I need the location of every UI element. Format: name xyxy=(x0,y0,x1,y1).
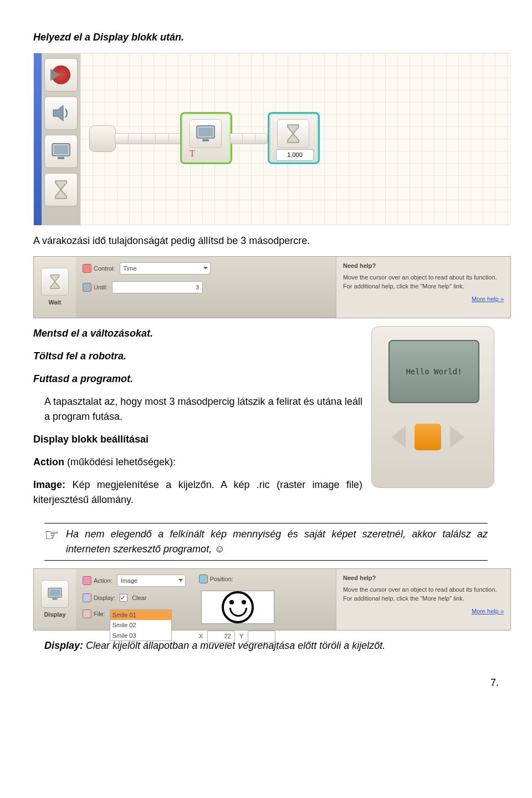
x-label: X xyxy=(199,632,203,641)
more-help-link[interactable]: More help » xyxy=(343,607,504,616)
palette-move-button[interactable] xyxy=(44,58,78,92)
help-pane: Need help? Move the cursor over an objec… xyxy=(336,569,510,630)
monitor-icon xyxy=(47,587,63,601)
play-icon xyxy=(50,69,60,81)
wait-block[interactable]: 1,000 xyxy=(268,112,320,164)
file-icon xyxy=(83,609,91,618)
list-item[interactable]: Smile 03 xyxy=(110,631,171,641)
control-label: Control: xyxy=(94,264,115,273)
svg-rect-4 xyxy=(198,128,213,136)
action-label: Action: xyxy=(94,576,112,586)
list-item[interactable]: Smile 01 xyxy=(110,610,171,621)
brick-enter-button xyxy=(415,424,441,450)
palette-sound-button[interactable] xyxy=(44,96,78,130)
position-icon xyxy=(199,575,208,583)
help-title: Need help? xyxy=(343,261,504,271)
more-help-link[interactable]: More help » xyxy=(343,294,504,304)
display-clear-label: Display: xyxy=(94,593,115,603)
y-input[interactable] xyxy=(248,631,275,643)
panel-block-label: Display xyxy=(44,610,65,619)
page-number: 7. xyxy=(33,675,499,690)
wait-config-panel: Wait Control: Time Until: 3 Need help? M… xyxy=(33,256,511,318)
y-label: Y xyxy=(239,632,243,641)
nxt-brick-photo: Hello World! xyxy=(371,326,499,494)
hand-icon: ☞ xyxy=(44,527,59,543)
action-dropdown[interactable]: Image xyxy=(117,575,186,587)
display-icon xyxy=(83,593,91,602)
brick-left-button xyxy=(391,426,406,448)
clear-checkbox[interactable] xyxy=(120,594,127,602)
display-block[interactable]: T xyxy=(180,112,232,164)
hourglass-icon xyxy=(53,180,69,200)
panel-block-icon: Wait xyxy=(34,257,76,318)
brick-right-button xyxy=(450,426,464,448)
image-preview xyxy=(201,591,274,624)
help-pane: Need help? Move the cursor over an objec… xyxy=(336,257,510,318)
action-text: (működési lehetőségek): xyxy=(64,456,176,467)
x-input[interactable]: 22 xyxy=(207,631,235,643)
sequence-beam xyxy=(115,133,182,144)
display-explanation-label: Display: xyxy=(44,640,83,651)
text-tag-icon: T xyxy=(190,147,195,160)
programming-canvas[interactable]: T 1,000 xyxy=(80,53,510,225)
image-text: Kép megjelenítése a kijelzőn. A kép .ric… xyxy=(33,479,362,505)
wait-value-field[interactable]: 1,000 xyxy=(276,149,314,161)
help-text: Move the cursor over an object to read a… xyxy=(343,273,504,291)
help-title: Need help? xyxy=(343,573,504,583)
block-palette xyxy=(42,53,80,225)
action-label: Action xyxy=(33,456,64,467)
file-label: File: xyxy=(94,609,105,619)
help-text: Move the cursor over an object to read a… xyxy=(343,585,504,603)
display-config-panel: Display Action: Image Display: Clear Fil… xyxy=(33,568,511,631)
smiley-icon xyxy=(222,591,254,623)
until-input[interactable]: 3 xyxy=(112,281,203,293)
hand-note-text: Ha nem elegendő a felkínált kép mennyisé… xyxy=(66,527,488,557)
svg-rect-1 xyxy=(54,145,68,154)
image-label: Image: xyxy=(33,479,65,490)
panel-block-label: Wait xyxy=(49,298,62,307)
panel-block-icon: Display xyxy=(34,569,76,630)
svg-rect-8 xyxy=(53,598,58,599)
brick-screen: Hello World! xyxy=(388,340,479,403)
list-item[interactable]: Smile 02 xyxy=(110,620,171,631)
monitor-icon xyxy=(196,125,216,143)
window-scrollbar xyxy=(34,53,42,225)
control-dropdown[interactable]: Time xyxy=(120,262,211,275)
position-label: Position: xyxy=(210,575,233,584)
speaker-icon xyxy=(50,102,72,124)
sequence-beam xyxy=(230,133,268,144)
clear-label: Clear xyxy=(132,593,146,603)
action-icon xyxy=(83,576,91,585)
hourglass-icon xyxy=(49,274,61,289)
svg-rect-2 xyxy=(58,157,64,159)
until-icon xyxy=(83,283,91,292)
until-label: Until: xyxy=(94,283,108,292)
start-block[interactable] xyxy=(89,125,116,152)
instruction-text: A várakozási idő tulajdonságát pedig áll… xyxy=(33,233,499,248)
monitor-icon xyxy=(51,143,71,160)
svg-rect-5 xyxy=(202,139,209,141)
svg-rect-7 xyxy=(49,589,60,596)
hand-note: ☞ Ha nem elegendő a felkínált kép mennyi… xyxy=(44,523,488,561)
hourglass-icon xyxy=(285,124,301,144)
instruction-heading: Helyezd el a Display blokk után. xyxy=(33,30,499,45)
file-list[interactable]: Smile 01 Smile 02 Smile 03 xyxy=(110,609,172,642)
palette-wait-button[interactable] xyxy=(44,173,78,206)
nxt-program-canvas: T 1,000 xyxy=(33,53,511,226)
palette-display-button[interactable] xyxy=(44,135,78,168)
control-icon xyxy=(83,264,91,273)
